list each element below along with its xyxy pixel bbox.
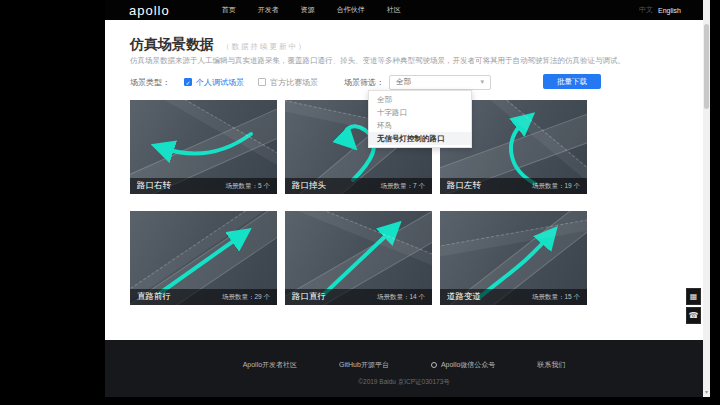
card-label-bar: 路口掉头 场景数量：7 个 xyxy=(285,178,432,194)
nav-item-community[interactable]: 社区 xyxy=(387,5,401,15)
scene-type-label: 场景类型： xyxy=(130,77,170,88)
footer-links: Apollo开发者社区 GitHub开源平台 Apollo微信公众号 联系我们 xyxy=(105,360,703,370)
card-count: 场景数量：7 个 xyxy=(381,182,425,191)
card-count: 场景数量：19 个 xyxy=(532,182,580,191)
filter-dropdown-menu: 全部 十字路口 环岛 无信号灯控制的路口 xyxy=(368,90,472,148)
main-nav: 首页 开发者 资源 合作伙伴 社区 xyxy=(222,5,401,15)
nav-item-resources[interactable]: 资源 xyxy=(301,5,315,15)
card-label-bar: 直路前行 场景数量：29 个 xyxy=(130,289,277,305)
language-switcher: 中文 English xyxy=(639,0,681,20)
top-navbar: apollo 首页 开发者 资源 合作伙伴 社区 中文 English xyxy=(105,0,703,20)
scrollbar-thumb[interactable] xyxy=(704,24,709,109)
footer-link-community[interactable]: Apollo开发者社区 xyxy=(243,360,297,370)
checkbox-checked-icon[interactable]: ✓ xyxy=(184,78,192,86)
card-count: 场景数量：15 个 xyxy=(532,293,580,302)
scene-filter-label: 场景筛选： xyxy=(344,77,384,88)
page-subtitle: （数据持续更新中） xyxy=(222,42,308,52)
card-name: 路口左转 xyxy=(447,180,481,192)
filter-bar: 场景类型： ✓ 个人调试场景 官方比赛场景 场景筛选： 全部 ▾ 批量下载 xyxy=(130,74,678,90)
chevron-down-icon: ▾ xyxy=(480,78,484,86)
scenario-card-lane-change[interactable]: 道路变道 场景数量：15 个 xyxy=(440,211,587,305)
nav-item-developer[interactable]: 开发者 xyxy=(258,5,279,15)
footer-link-wechat-label: Apollo微信公众号 xyxy=(441,360,495,370)
copyright-text: ©2019 Baidu 京ICP证030173号 xyxy=(105,378,703,387)
card-name: 直路前行 xyxy=(137,291,171,303)
card-count: 场景数量：5 个 xyxy=(226,182,270,191)
card-count: 场景数量：14 个 xyxy=(377,293,425,302)
page-title-row: 仿真场景数据 （数据持续更新中） xyxy=(130,36,308,54)
card-count: 场景数量：29 个 xyxy=(222,293,270,302)
footer-link-wechat[interactable]: Apollo微信公众号 xyxy=(431,360,495,370)
page-title: 仿真场景数据 xyxy=(130,36,214,54)
card-name: 路口右转 xyxy=(137,180,171,192)
checkbox-personal-scenes[interactable]: ✓ 个人调试场景 xyxy=(184,77,244,88)
dropdown-option-crossroad[interactable]: 十字路口 xyxy=(369,106,471,119)
dropdown-option-roundabout[interactable]: 环岛 xyxy=(369,119,471,132)
floating-side-widget: ▦ ☎ xyxy=(686,288,701,326)
lang-zh-toggle[interactable]: 中文 xyxy=(639,5,653,15)
lang-en-toggle[interactable]: English xyxy=(658,7,681,14)
nav-item-partners[interactable]: 合作伙伴 xyxy=(337,5,365,15)
footer-link-contact[interactable]: 联系我们 xyxy=(537,360,565,370)
dropdown-option-unsignalized[interactable]: 无信号灯控制的路口 xyxy=(369,132,471,145)
card-name: 道路变道 xyxy=(447,291,481,303)
scenario-card-right-turn[interactable]: 路口右转 场景数量：5 个 xyxy=(130,100,277,194)
browser-page: apollo 首页 开发者 资源 合作伙伴 社区 中文 English 仿真场景… xyxy=(105,0,710,397)
page-description: 仿真场景数据来源于人工编辑与真实道路采集，覆盖路口通行、掉头、变道等多种典型驾驶… xyxy=(130,56,675,65)
batch-download-button[interactable]: 批量下载 xyxy=(543,74,601,89)
card-name: 路口直行 xyxy=(292,291,326,303)
apollo-logo[interactable]: apollo xyxy=(129,3,170,18)
card-name: 路口掉头 xyxy=(292,180,326,192)
checkbox-official-scenes[interactable]: 官方比赛场景 xyxy=(258,77,318,88)
contact-service-icon[interactable]: ☎ xyxy=(686,307,701,324)
footer-link-github[interactable]: GitHub开源平台 xyxy=(339,360,389,370)
scenario-grid: 路口右转 场景数量：5 个 路口掉头 场景数量：7 个 路口左转 xyxy=(130,100,587,305)
card-label-bar: 道路变道 场景数量：15 个 xyxy=(440,289,587,305)
scenario-card-straight-road[interactable]: 直路前行 场景数量：29 个 xyxy=(130,211,277,305)
checkbox-official-label: 官方比赛场景 xyxy=(270,77,318,88)
scene-filter-select[interactable]: 全部 ▾ xyxy=(389,75,491,90)
scenario-card-straight-through[interactable]: 路口直行 场景数量：14 个 xyxy=(285,211,432,305)
page-footer: Apollo开发者社区 GitHub开源平台 Apollo微信公众号 联系我们 … xyxy=(105,340,703,397)
checkbox-personal-label: 个人调试场景 xyxy=(196,77,244,88)
card-label-bar: 路口直行 场景数量：14 个 xyxy=(285,289,432,305)
scrollbar-down-arrow-icon[interactable]: ▾ xyxy=(703,388,710,395)
checkbox-unchecked-icon[interactable] xyxy=(258,78,266,86)
scrollbar[interactable]: ▾ xyxy=(703,0,710,397)
card-label-bar: 路口右转 场景数量：5 个 xyxy=(130,178,277,194)
card-label-bar: 路口左转 场景数量：19 个 xyxy=(440,178,587,194)
qr-code-icon[interactable]: ▦ xyxy=(686,288,701,305)
dropdown-option-all[interactable]: 全部 xyxy=(369,93,471,106)
select-value: 全部 xyxy=(396,77,480,87)
wechat-icon xyxy=(431,362,437,368)
nav-item-home[interactable]: 首页 xyxy=(222,5,236,15)
